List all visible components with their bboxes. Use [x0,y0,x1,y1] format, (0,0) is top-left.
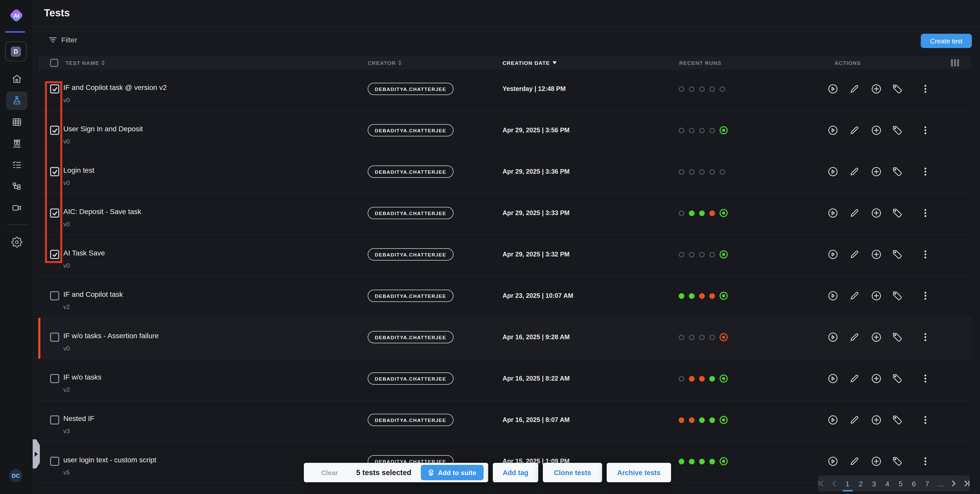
edit-test-button[interactable] [849,331,860,343]
column-header-test-name[interactable]: TEST NAME [65,56,105,70]
run-test-button[interactable] [827,125,838,136]
more-test-button[interactable] [920,125,931,136]
tag-test-button[interactable] [892,373,903,384]
add-test-button[interactable] [871,166,882,177]
test-name[interactable]: user login text - custom script [63,456,156,464]
page-1[interactable]: 1 [841,476,854,491]
row-checkbox[interactable] [50,250,59,259]
run-test-button[interactable] [827,373,838,384]
edit-test-button[interactable] [849,166,860,177]
column-settings-icon[interactable] [951,59,959,66]
more-test-button[interactable] [920,456,931,467]
tag-test-button[interactable] [892,249,903,260]
run-test-button[interactable] [827,249,838,260]
sidebar-item-flow-tree[interactable] [6,177,27,196]
row-checkbox[interactable] [50,457,59,466]
tag-test-button[interactable] [892,207,903,219]
sidebar-item-video-camera[interactable] [6,199,27,217]
add-tag-button[interactable]: Add tag [493,463,538,482]
edit-test-button[interactable] [849,290,860,301]
row-checkbox[interactable] [50,374,59,383]
clear-selection-button[interactable]: Clear [318,468,341,477]
add-test-button[interactable] [871,249,882,260]
edit-test-button[interactable] [849,456,860,467]
add-test-button[interactable] [871,373,882,384]
add-test-button[interactable] [871,83,882,94]
row-checkbox[interactable] [50,209,59,218]
sidebar-item-test-tubes[interactable] [6,134,27,153]
more-test-button[interactable] [920,166,931,177]
add-test-button[interactable] [871,125,882,136]
test-name[interactable]: AIC: Deposit - Save task [63,207,141,215]
select-all-checkbox[interactable] [50,59,58,67]
workspace-switcher-button[interactable]: D [5,41,27,61]
more-test-button[interactable] [920,331,931,343]
run-test-button[interactable] [827,456,838,467]
column-header-creator[interactable]: CREATOR [368,56,401,70]
row-checkbox[interactable] [50,84,59,94]
more-test-button[interactable] [920,83,931,94]
more-test-button[interactable] [920,290,931,301]
add-test-button[interactable] [871,290,882,301]
run-test-button[interactable] [827,207,838,219]
tag-test-button[interactable] [892,331,903,343]
column-header-creation-date[interactable]: CREATION DATE [503,56,557,70]
tag-test-button[interactable] [892,290,903,301]
edit-test-button[interactable] [849,83,860,94]
page-7[interactable]: 7 [921,476,934,491]
more-test-button[interactable] [920,249,931,260]
tag-test-button[interactable] [892,125,903,136]
page-5[interactable]: 5 [894,476,907,491]
row-checkbox[interactable] [50,126,59,135]
archive-tests-button[interactable]: Archive tests [607,463,671,482]
sidebar-item-home[interactable] [6,70,27,88]
add-test-button[interactable] [871,414,882,425]
page-4[interactable]: 4 [881,476,894,491]
test-name[interactable]: Login test [63,166,94,174]
app-logo-icon[interactable]: AI [8,6,25,24]
tag-test-button[interactable] [892,414,903,425]
row-checkbox[interactable] [50,415,59,424]
more-test-button[interactable] [920,207,931,219]
first-page-button[interactable] [814,476,827,491]
edit-test-button[interactable] [849,207,860,219]
run-test-button[interactable] [827,83,838,94]
sidebar-item-checklist[interactable] [6,156,27,174]
create-test-button[interactable]: Create test [921,34,972,48]
sidebar-item-grid[interactable] [6,113,27,131]
test-name[interactable]: IF w/o tasks - Assertion failure [63,331,159,340]
test-name[interactable]: IF and Copilot task [63,290,123,298]
row-checkbox[interactable] [50,167,59,176]
test-name[interactable]: IF w/o tasks [63,373,101,381]
prev-page-button[interactable] [827,476,841,491]
row-checkbox[interactable] [50,333,59,342]
filter-button[interactable]: Filter [49,36,77,44]
user-avatar[interactable]: DC [9,469,22,482]
run-test-button[interactable] [827,166,838,177]
tag-test-button[interactable] [892,166,903,177]
add-test-button[interactable] [871,331,882,343]
page-2[interactable]: 2 [854,476,867,491]
test-name[interactable]: AI Task Save [63,249,105,257]
run-test-button[interactable] [827,414,838,425]
tag-test-button[interactable] [892,83,903,94]
run-test-button[interactable] [827,331,838,343]
test-name[interactable]: User Sign In and Deposit [63,125,143,133]
edit-test-button[interactable] [849,373,860,384]
more-test-button[interactable] [920,414,931,425]
edit-test-button[interactable] [849,249,860,260]
next-page-button[interactable] [947,476,960,491]
add-to-suite-button[interactable]: Add to suite [420,465,484,480]
row-checkbox[interactable] [50,291,59,300]
last-page-button[interactable] [960,476,974,491]
test-name[interactable]: Nested IF [63,414,94,422]
edit-test-button[interactable] [849,125,860,136]
sidebar-item-settings-gear[interactable] [6,233,27,251]
page-3[interactable]: 3 [867,476,881,491]
edit-test-button[interactable] [849,414,860,425]
sidebar-item-lab-flask[interactable] [6,91,27,110]
run-test-button[interactable] [827,290,838,301]
tag-test-button[interactable] [892,456,903,467]
add-test-button[interactable] [871,456,882,467]
add-test-button[interactable] [871,207,882,219]
